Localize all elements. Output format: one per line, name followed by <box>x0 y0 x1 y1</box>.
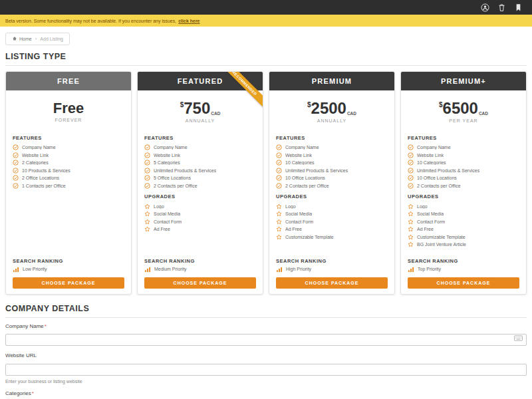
item-label: Contact Form <box>417 219 445 224</box>
features-label: FEATURES <box>13 135 124 141</box>
beta-banner: Beta version. Some functionality may not… <box>0 15 532 27</box>
item-label: Social Media <box>154 211 180 216</box>
website-url-input[interactable] <box>5 364 527 376</box>
feature-item: Company Name <box>408 144 519 150</box>
star-icon <box>276 226 282 232</box>
company-name-input[interactable] <box>5 334 527 346</box>
item-label: Website Link <box>154 153 180 158</box>
check-circle-icon <box>276 152 282 158</box>
feature-item: Website Link <box>13 152 124 158</box>
item-label: 1 Contacts per Office <box>22 184 66 188</box>
ranking-label: SEARCH RANKING <box>276 258 388 264</box>
keyboard-icon <box>514 335 523 341</box>
topbar <box>0 0 532 15</box>
choose-package-button[interactable]: CHOOSE PACKAGE <box>13 277 124 289</box>
breadcrumb-home-label: Home <box>19 37 32 41</box>
price-amount: $6500CAD <box>439 100 488 116</box>
trash-icon[interactable] <box>497 3 506 12</box>
choose-package-button[interactable]: CHOOSE PACKAGE <box>144 277 256 289</box>
item-label: Website Link <box>417 153 444 158</box>
upgrades-label: UPGRADES <box>276 194 388 200</box>
item-label: Customizable Template <box>417 235 466 239</box>
currency-code: CAD <box>347 111 356 116</box>
upgrade-item: Social Media <box>144 211 256 217</box>
check-circle-icon <box>144 168 150 174</box>
item-label: Ad Free <box>417 227 434 231</box>
check-circle-icon <box>13 175 19 181</box>
plan-card-premium: PREMIUM $2500CAD ANNUALLY FEATURES Compa… <box>269 71 395 295</box>
features-label: FEATURES <box>276 135 388 141</box>
ranking-label: SEARCH RANKING <box>408 258 519 264</box>
plan-price: $6500CAD PER YEAR <box>401 90 526 129</box>
item-label: Contact Form <box>285 219 313 224</box>
user-icon[interactable] <box>481 3 489 12</box>
check-circle-icon <box>408 183 414 189</box>
breadcrumb: Home › Add Listing <box>5 33 70 45</box>
feature-item: Company Name <box>276 144 388 150</box>
star-icon <box>144 211 150 217</box>
upgrade-item: Logo <box>144 203 256 209</box>
feature-item: 10 Office Locations <box>276 175 388 181</box>
plan-name: PREMIUM+ <box>401 72 526 90</box>
ranking-value: Medium Priority <box>154 267 187 271</box>
price-amount: $750CAD <box>180 100 221 116</box>
feature-item: 1 Contacts per Office <box>13 183 124 189</box>
search-ranking: SEARCH RANKING High Priority CHOOSE PACK… <box>276 255 388 289</box>
check-circle-icon <box>144 152 150 158</box>
check-circle-icon <box>276 175 282 181</box>
item-label: Unlimited Products & Services <box>154 168 216 173</box>
required-asterisk: * <box>32 390 34 396</box>
company-details-form: Company Name* Website URL Enter your bus… <box>0 323 532 399</box>
ranking-value: Low Priority <box>23 267 47 271</box>
upgrade-item: Customizable Template <box>276 234 388 240</box>
upgrade-item: Ad Free <box>144 226 256 232</box>
beta-banner-text: Beta version. Some functionality may not… <box>5 19 176 23</box>
feature-item: 10 Office Locations <box>408 175 519 181</box>
check-circle-icon <box>408 168 414 174</box>
upgrades-list: LogoSocial MediaContact FormAd Free <box>144 201 256 234</box>
choose-package-button[interactable]: CHOOSE PACKAGE <box>276 277 388 289</box>
feature-item: 2 Contacts per Office <box>144 183 256 189</box>
beta-banner-link[interactable]: click here <box>178 19 200 23</box>
ranking-bars-icon <box>408 266 414 273</box>
item-label: 10 Categories <box>285 160 315 165</box>
breadcrumb-row: Home › Add Listing <box>0 27 532 48</box>
item-label: 10 Products & Services <box>22 168 70 173</box>
choose-package-button[interactable]: CHOOSE PACKAGE <box>408 277 519 289</box>
item-label: Unlimited Products & Services <box>417 168 479 173</box>
feature-item: 10 Categories <box>408 160 519 166</box>
feature-item: Website Link <box>144 152 256 158</box>
item-label: BG Joint Venture Article <box>417 242 466 247</box>
item-label: Social Media <box>417 211 444 216</box>
ranking-value: Top Priority <box>418 267 441 271</box>
check-circle-icon <box>408 152 414 158</box>
item-label: 5 Categories <box>154 160 180 165</box>
feature-item: 2 Office Locations <box>13 175 124 181</box>
feature-item: Company Name <box>144 144 256 150</box>
upgrade-item: Ad Free <box>408 226 519 232</box>
item-label: 2 Contacts per Office <box>154 184 198 188</box>
star-icon <box>408 211 414 217</box>
upgrade-item: Logo <box>408 203 519 209</box>
upgrades-list: LogoSocial MediaContact FormAd FreeCusto… <box>408 201 519 249</box>
upgrade-item: Contact Form <box>408 219 519 225</box>
item-label: Customizable Template <box>285 235 334 239</box>
upgrade-item: Logo <box>276 203 388 209</box>
currency-code: CAD <box>479 111 488 116</box>
check-circle-icon <box>408 175 414 181</box>
search-ranking: SEARCH RANKING Top Priority CHOOSE PACKA… <box>408 255 519 289</box>
plan-name: FREE <box>6 72 131 90</box>
ranking-bars-icon <box>276 266 283 273</box>
star-icon <box>144 219 150 225</box>
plan-card-premium-plus: PREMIUM+ $6500CAD PER YEAR FEATURES Comp… <box>400 71 527 295</box>
features-label: FEATURES <box>144 135 256 141</box>
website-url-label: Website URL <box>5 352 527 358</box>
bookmark-icon[interactable] <box>514 3 523 12</box>
price-period: ANNUALLY <box>186 118 215 123</box>
check-circle-icon <box>144 160 150 166</box>
upgrade-item: Ad Free <box>276 226 388 232</box>
item-label: 2 Contacts per Office <box>285 184 329 188</box>
item-label: Company Name <box>154 145 188 150</box>
item-label: Unlimited Products & Services <box>285 168 348 173</box>
breadcrumb-home[interactable]: Home <box>12 36 32 41</box>
